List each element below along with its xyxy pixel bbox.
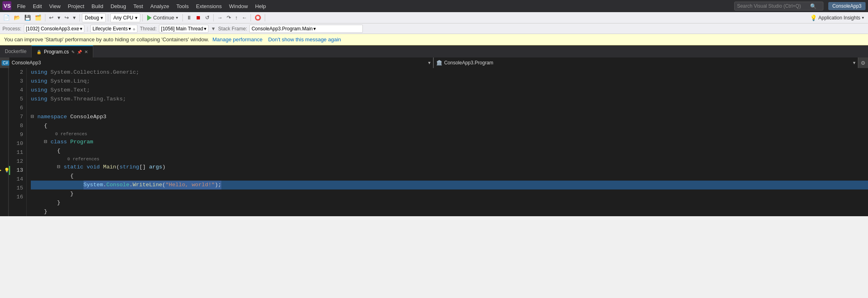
kw-using-2: using bbox=[31, 68, 51, 77]
linenum-3: 3 bbox=[15, 77, 23, 86]
save-all-btn[interactable]: 🗂️ bbox=[33, 14, 43, 21]
svg-text:VS: VS bbox=[4, 3, 11, 9]
platform-dropdown[interactable]: Any CPU ▾ bbox=[110, 13, 140, 22]
undo-drop-btn[interactable]: ▾ bbox=[56, 14, 62, 21]
menu-view[interactable]: View bbox=[46, 2, 64, 11]
tab-programcs-close[interactable]: ✕ bbox=[84, 49, 88, 55]
step-into-btn[interactable]: → bbox=[216, 14, 224, 21]
restart-btn[interactable]: ↺ bbox=[204, 14, 211, 21]
step-over-btn[interactable]: ↷ bbox=[225, 14, 233, 21]
collapse-namespace-btn[interactable]: ⊟ bbox=[31, 113, 34, 121]
tab-dockerfile-label: Dockerfile bbox=[5, 49, 26, 54]
menu-help[interactable]: Help bbox=[252, 2, 269, 11]
menu-edit[interactable]: Edit bbox=[30, 2, 45, 11]
save-btn[interactable]: 💾 bbox=[23, 14, 32, 21]
brace-open-8: { bbox=[31, 121, 47, 130]
sep8 bbox=[265, 14, 265, 21]
gutter: ▶ 💡 bbox=[0, 68, 9, 216]
brace-close-15: } bbox=[31, 198, 60, 207]
code-13-indent bbox=[31, 181, 84, 189]
collapse-class-btn[interactable]: ⊟ bbox=[31, 138, 47, 147]
linenum-16: 16 bbox=[15, 193, 23, 202]
search-input[interactable] bbox=[737, 3, 810, 9]
menu-build[interactable]: Build bbox=[88, 2, 107, 11]
menu-tools[interactable]: Tools bbox=[173, 2, 192, 11]
undo-btn[interactable]: ↩ bbox=[47, 14, 55, 21]
code-area: ▶ 💡 2 3 bbox=[0, 68, 868, 216]
kw-class: class bbox=[47, 138, 71, 147]
brace-close-14: } bbox=[31, 189, 73, 198]
kw-static: static bbox=[60, 163, 87, 172]
redo-btn[interactable]: ↪ bbox=[63, 14, 71, 21]
tab-programcs-lock-icon: 🔒 bbox=[36, 50, 41, 54]
step-out-btn[interactable]: ↑ bbox=[234, 14, 240, 21]
sep5 bbox=[182, 14, 183, 21]
editor: ▶ 💡 2 3 bbox=[0, 68, 868, 216]
linenum-14: 14 bbox=[15, 175, 23, 184]
profile-button[interactable]: ConsoleApp3 bbox=[828, 2, 866, 10]
code-13-system: System bbox=[84, 181, 103, 189]
menu-analyze[interactable]: Analyze bbox=[147, 2, 172, 11]
member-nav-arrow: ▾ bbox=[853, 60, 855, 66]
search-box[interactable]: 🔍 bbox=[734, 2, 823, 11]
menu-project[interactable]: Project bbox=[64, 2, 87, 11]
continue-button[interactable]: Continue ▾ bbox=[145, 14, 180, 21]
menu-window[interactable]: Window bbox=[226, 2, 251, 11]
refs-method: 0 references bbox=[31, 155, 868, 163]
code-text-4: System.Text; bbox=[51, 86, 90, 95]
process-label: Process: bbox=[2, 26, 21, 32]
menu-debug[interactable]: Debug bbox=[107, 2, 129, 11]
menu-test[interactable]: Test bbox=[130, 2, 146, 11]
class-nav-dropdown[interactable]: ConsoleApp3 ▾ bbox=[9, 57, 434, 68]
tab-program-cs[interactable]: 🔒 Program.cs ✎ 📌 ✕ bbox=[32, 45, 93, 57]
warning-lightbulb-icon[interactable]: 💡 bbox=[4, 166, 10, 175]
breakpoints-btn[interactable]: ⭕ bbox=[253, 14, 263, 21]
step-back-btn[interactable]: ← bbox=[240, 14, 249, 21]
linenum-15: 15 bbox=[15, 184, 23, 193]
sep7 bbox=[251, 14, 251, 21]
tab-dockerfile[interactable]: Dockerfile bbox=[0, 45, 32, 57]
stop-btn[interactable]: ⏹ bbox=[194, 14, 203, 21]
pin-icon[interactable]: 📌 bbox=[77, 50, 82, 54]
collapse-method-btn[interactable]: ⊟ bbox=[31, 163, 60, 172]
dont-show-link[interactable]: Don't show this message again bbox=[268, 36, 341, 43]
lifecycle-arrow: ▾ bbox=[129, 26, 131, 32]
process-dropdown[interactable]: [1032] ConsoleApp3.exe ▾ bbox=[24, 25, 84, 33]
linenum-13: 13 bbox=[15, 166, 23, 175]
new-project-btn[interactable]: 📄 bbox=[2, 14, 11, 21]
bracket-2: [] bbox=[139, 163, 149, 172]
bracket-3: ) bbox=[162, 163, 165, 172]
method-name: Main bbox=[103, 163, 116, 172]
menu-extensions[interactable]: Extensions bbox=[193, 2, 225, 11]
sep4 bbox=[142, 14, 143, 21]
member-nav-value: ConsoleApp3.Program bbox=[444, 60, 493, 66]
param-args: args bbox=[149, 163, 162, 172]
settings-icon[interactable]: ⚙ bbox=[858, 60, 868, 66]
notification-message: You can improve 'Startup' performance by… bbox=[4, 36, 209, 43]
brace-open-12: { bbox=[31, 172, 73, 181]
pause-btn[interactable]: ⏸ bbox=[185, 14, 193, 21]
debug-config-dropdown[interactable]: Debug ▾ bbox=[82, 13, 106, 22]
thread-dropdown[interactable]: [1056] Main Thread ▾ bbox=[159, 25, 208, 33]
class-nav-arrow: ▾ bbox=[428, 60, 431, 66]
process-arrow: ▾ bbox=[80, 26, 82, 32]
lifecycle-dropdown[interactable]: Lifecycle Events ▾ ⬦ bbox=[90, 25, 137, 33]
process-value: [1032] ConsoleApp3.exe bbox=[26, 26, 79, 32]
kw-string: string bbox=[120, 163, 139, 172]
code-13-console: Console bbox=[106, 181, 129, 189]
open-btn[interactable]: 📂 bbox=[12, 14, 22, 21]
application-insights-button[interactable]: 💡 Application Insights ▾ bbox=[808, 14, 866, 22]
code-line-5: using System.Threading.Tasks; bbox=[31, 95, 868, 104]
linenum-11: 11 bbox=[15, 148, 23, 157]
kw-using-4: using bbox=[31, 86, 51, 95]
menu-file[interactable]: File bbox=[14, 2, 29, 11]
manage-performance-link[interactable]: Manage performance bbox=[212, 36, 263, 43]
tab-bar: Dockerfile 🔒 Program.cs ✎ 📌 ✕ bbox=[0, 45, 868, 57]
brace-open-10: { bbox=[31, 147, 60, 155]
member-nav-dropdown[interactable]: 🏛️ ConsoleApp3.Program ▾ bbox=[433, 57, 858, 68]
code-line-7: ⊟ namespace ConsoleApp3 bbox=[31, 113, 868, 121]
sep-pipe: | bbox=[87, 26, 88, 32]
stack-dropdown[interactable]: ConsoleApp3.Program.Main ▾ bbox=[249, 25, 363, 33]
redo-drop-btn[interactable]: ▾ bbox=[71, 14, 77, 21]
code-13-dot2: . bbox=[129, 181, 133, 189]
